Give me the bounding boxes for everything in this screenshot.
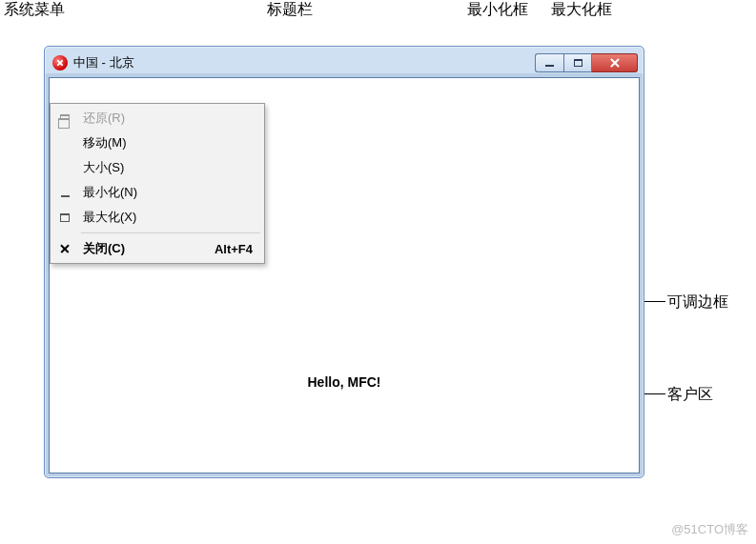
menu-move-label: 移动(M) [83,134,127,151]
menu-restore-label: 还原(R) [83,110,125,127]
menu-close-label: 关闭(C) [83,240,125,257]
menu-close[interactable]: 关闭(C) Alt+F4 [52,236,262,261]
annotation-resizable-border: 可调边框 [667,292,728,312]
minimize-button[interactable] [535,53,563,72]
menu-restore: 还原(R) [52,106,262,131]
menu-separator [81,232,260,233]
maximize-icon [574,59,582,67]
minimize-icon [545,65,554,67]
menu-close-shortcut: Alt+F4 [215,242,253,256]
menu-maximize[interactable]: 最大化(X) [52,205,262,230]
menu-move[interactable]: 移动(M) [52,131,262,155]
annotation-title-bar: 标题栏 [267,0,313,20]
system-menu-icon[interactable] [52,55,68,71]
client-area: Hello, MFC! 还原(R) 移动(M) 大小(S) 最小化(N) 最大化… [49,77,640,473]
title-bar[interactable]: 中国 - 北京 [49,50,640,75]
menu-size[interactable]: 大小(S) [52,155,262,180]
menu-minimize-label: 最小化(N) [83,184,137,201]
annotation-system-menu: 系统菜单 [4,0,65,20]
app-window: 中国 - 北京 Hello, MFC! 还原(R) 移动(M) [44,46,644,478]
maximize-button[interactable] [563,53,592,72]
menu-size-label: 大小(S) [83,159,124,176]
minimize-menu-icon [58,186,72,199]
window-controls [535,53,638,72]
client-text: Hello, MFC! [308,374,381,390]
menu-maximize-label: 最大化(X) [83,209,136,226]
annotation-client-area: 客户区 [667,385,713,405]
annotation-line [644,301,665,302]
annotation-maximize-box: 最大化框 [551,0,612,20]
close-button[interactable] [592,53,638,72]
close-menu-icon [58,242,72,255]
restore-icon [58,111,72,125]
close-icon [609,57,621,69]
maximize-menu-icon [58,211,72,224]
system-menu: 还原(R) 移动(M) 大小(S) 最小化(N) 最大化(X) 关闭(C) Al… [50,103,265,264]
annotation-minimize-box: 最小化框 [467,0,528,20]
watermark: @51CTO博客 [671,521,748,538]
menu-minimize[interactable]: 最小化(N) [52,180,262,205]
window-title: 中国 - 北京 [73,54,535,71]
